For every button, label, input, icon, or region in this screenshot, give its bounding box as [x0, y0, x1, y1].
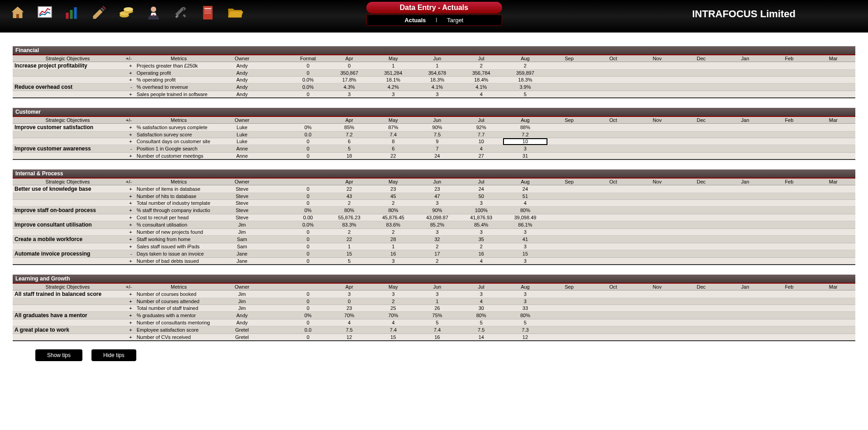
value-cell[interactable]: 4: [327, 319, 371, 326]
value-cell[interactable]: [767, 319, 811, 326]
value-cell[interactable]: [635, 185, 679, 193]
value-cell[interactable]: [767, 243, 811, 250]
value-cell[interactable]: [591, 70, 635, 77]
tab-actuals[interactable]: Actuals: [396, 15, 435, 25]
value-cell[interactable]: [547, 312, 591, 319]
value-cell[interactable]: 35: [459, 236, 503, 243]
value-cell[interactable]: [591, 193, 635, 200]
value-cell[interactable]: [767, 91, 811, 98]
value-cell[interactable]: [767, 298, 811, 305]
value-cell[interactable]: [547, 229, 591, 236]
value-cell[interactable]: 26: [415, 305, 459, 312]
value-cell[interactable]: [591, 138, 635, 145]
value-cell[interactable]: [547, 145, 591, 153]
value-cell[interactable]: 70%: [371, 312, 415, 319]
value-cell[interactable]: [591, 91, 635, 98]
value-cell[interactable]: 4: [459, 258, 503, 265]
value-cell[interactable]: [547, 290, 591, 298]
value-cell[interactable]: [723, 250, 767, 258]
value-cell[interactable]: [723, 70, 767, 77]
value-cell[interactable]: [591, 229, 635, 236]
value-cell[interactable]: [679, 305, 723, 312]
value-cell[interactable]: 4: [459, 145, 503, 153]
tools-icon[interactable]: [171, 4, 190, 22]
value-cell[interactable]: [547, 91, 591, 98]
value-cell[interactable]: [811, 326, 855, 334]
value-cell[interactable]: [547, 214, 591, 221]
value-cell[interactable]: [723, 200, 767, 207]
value-cell[interactable]: [811, 70, 855, 77]
coins-icon[interactable]: [117, 4, 136, 22]
value-cell[interactable]: [547, 77, 591, 83]
folder-icon[interactable]: [225, 4, 245, 22]
value-cell[interactable]: 15: [371, 334, 415, 341]
value-cell[interactable]: [767, 138, 811, 145]
value-cell[interactable]: 2: [503, 62, 547, 70]
value-cell[interactable]: [767, 83, 811, 91]
value-cell[interactable]: [547, 305, 591, 312]
value-cell[interactable]: [547, 131, 591, 138]
value-cell[interactable]: 70%: [327, 312, 371, 319]
value-cell[interactable]: [723, 298, 767, 305]
tab-target[interactable]: Target: [438, 15, 472, 25]
value-cell[interactable]: 7.2: [503, 131, 547, 138]
value-cell[interactable]: 83.6%: [371, 221, 415, 229]
value-cell[interactable]: [723, 243, 767, 250]
value-cell[interactable]: 17: [415, 250, 459, 258]
value-cell[interactable]: 12: [503, 334, 547, 341]
value-cell[interactable]: [767, 131, 811, 138]
value-cell[interactable]: 3: [371, 91, 415, 98]
value-cell[interactable]: 3: [415, 91, 459, 98]
show-tips-button[interactable]: Show tips: [35, 349, 82, 361]
value-cell[interactable]: [679, 153, 723, 160]
value-cell[interactable]: 75%: [415, 312, 459, 319]
value-cell[interactable]: 22: [371, 153, 415, 160]
value-cell[interactable]: 24: [459, 185, 503, 193]
chart-icon[interactable]: [35, 4, 54, 22]
value-cell[interactable]: 4: [371, 319, 415, 326]
value-cell[interactable]: [635, 250, 679, 258]
value-cell[interactable]: [767, 236, 811, 243]
value-cell[interactable]: [723, 153, 767, 160]
value-cell[interactable]: 3: [327, 290, 371, 298]
value-cell[interactable]: [635, 145, 679, 153]
value-cell[interactable]: 2: [459, 62, 503, 70]
value-cell[interactable]: 85.2%: [415, 221, 459, 229]
value-cell[interactable]: [635, 290, 679, 298]
value-cell[interactable]: [767, 221, 811, 229]
value-cell[interactable]: 359,897: [503, 70, 547, 77]
value-cell[interactable]: 5: [415, 319, 459, 326]
value-cell[interactable]: [635, 229, 679, 236]
value-cell[interactable]: [591, 62, 635, 70]
value-cell[interactable]: [635, 200, 679, 207]
value-cell[interactable]: 5: [503, 91, 547, 98]
value-cell[interactable]: 350,867: [327, 70, 371, 77]
value-cell[interactable]: [811, 62, 855, 70]
value-cell[interactable]: 33: [503, 305, 547, 312]
value-cell[interactable]: [811, 236, 855, 243]
value-cell[interactable]: [767, 258, 811, 265]
value-cell[interactable]: 7.4: [371, 326, 415, 334]
value-cell[interactable]: [591, 131, 635, 138]
home-icon[interactable]: [8, 4, 27, 22]
value-cell[interactable]: [723, 334, 767, 341]
value-cell[interactable]: 17.8%: [327, 77, 371, 83]
value-cell[interactable]: 2: [371, 229, 415, 236]
value-cell[interactable]: 15: [503, 250, 547, 258]
value-cell[interactable]: [635, 258, 679, 265]
value-cell[interactable]: [811, 243, 855, 250]
value-cell[interactable]: [591, 298, 635, 305]
value-cell[interactable]: [679, 200, 723, 207]
value-cell[interactable]: [679, 77, 723, 83]
value-cell[interactable]: 45: [371, 193, 415, 200]
value-cell[interactable]: [679, 91, 723, 98]
value-cell[interactable]: [811, 305, 855, 312]
value-cell[interactable]: 18.3%: [415, 77, 459, 83]
value-cell[interactable]: [591, 200, 635, 207]
value-cell[interactable]: 3: [503, 243, 547, 250]
value-cell[interactable]: 3: [503, 290, 547, 298]
value-cell[interactable]: [547, 138, 591, 145]
value-cell[interactable]: [811, 258, 855, 265]
value-cell[interactable]: [811, 200, 855, 207]
value-cell[interactable]: [723, 124, 767, 131]
